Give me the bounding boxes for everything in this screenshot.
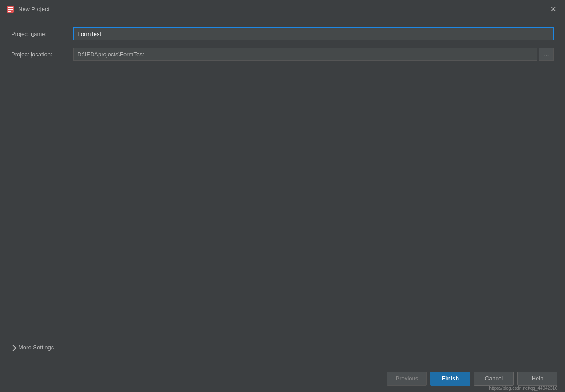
project-name-row: Project name:: [11, 27, 554, 40]
svg-rect-2: [8, 7, 13, 8]
title-bar: New Project ✕: [0, 0, 565, 18]
close-button[interactable]: ✕: [547, 3, 559, 16]
content-area: Project name: Project location: ... More…: [0, 18, 565, 365]
title-bar-left: New Project: [6, 5, 49, 14]
previous-button[interactable]: Previous: [387, 372, 427, 386]
svg-rect-1: [8, 9, 13, 10]
spacer: [11, 68, 554, 341]
project-name-underline: n: [31, 31, 34, 37]
help-button[interactable]: Help: [517, 372, 557, 386]
window-title: New Project: [18, 6, 49, 12]
project-location-underline: l: [31, 51, 32, 58]
new-project-window: New Project ✕ Project name: Project loca…: [0, 0, 565, 392]
cancel-button[interactable]: Cancel: [474, 372, 514, 386]
svg-rect-3: [8, 11, 11, 12]
project-location-input[interactable]: [73, 48, 537, 61]
more-settings-label: More Settings: [18, 344, 54, 351]
project-name-label: Project name:: [11, 31, 73, 37]
app-icon: [6, 5, 15, 14]
project-location-row: Project location: ...: [11, 48, 554, 61]
watermark-text: https://blog.csdn.net/qq_44042316: [489, 386, 557, 391]
chevron-right-icon: [10, 344, 16, 351]
more-settings-toggle[interactable]: More Settings: [11, 341, 554, 354]
finish-button[interactable]: Finish: [430, 372, 470, 386]
project-location-label: Project location:: [11, 51, 73, 58]
project-name-input[interactable]: [73, 27, 554, 40]
browse-button[interactable]: ...: [539, 48, 554, 61]
bottom-bar: Previous Finish Cancel Help https://blog…: [0, 365, 565, 392]
